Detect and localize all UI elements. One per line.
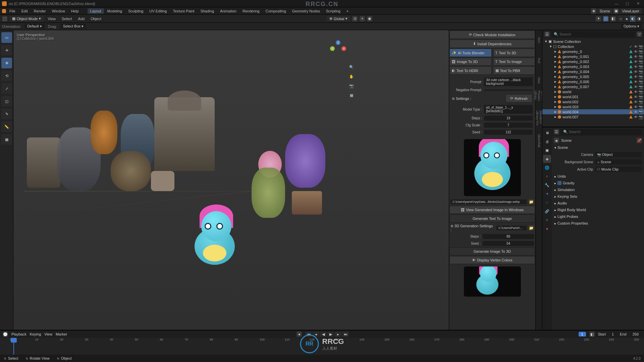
tl-keying[interactable]: Keying bbox=[30, 332, 41, 336]
persp-ortho-icon[interactable]: ▦ bbox=[348, 92, 355, 99]
tree-item[interactable]: ▸geometry_0.006👁📷 bbox=[542, 79, 644, 84]
tree-item[interactable]: ▸geometry_0.003👁📷 bbox=[542, 64, 644, 69]
tab-sculpting[interactable]: Sculpting bbox=[125, 8, 146, 14]
filter-icon[interactable]: ▽ bbox=[637, 32, 642, 37]
menu-help[interactable]: Help bbox=[68, 8, 82, 14]
minimize-button[interactable]: — bbox=[612, 1, 621, 6]
mode-text-to-3d[interactable]: TText To 3D bbox=[493, 49, 535, 57]
tab-texturepaint[interactable]: Texture Paint bbox=[170, 8, 197, 14]
keying-section[interactable]: ▸ Keying Sets bbox=[554, 193, 642, 200]
tool-addcube[interactable]: ▦ bbox=[1, 134, 12, 145]
ptab-modifier-icon[interactable]: 🔧 bbox=[543, 181, 551, 189]
mode-ai-tools[interactable]: ✨AI Tools Blender bbox=[449, 49, 492, 57]
tree-item[interactable]: ▸world.003👁📷 bbox=[542, 104, 644, 109]
menu-render[interactable]: Render bbox=[31, 8, 49, 14]
simulation-section[interactable]: ▸ Simulation bbox=[554, 186, 642, 193]
axis-z-icon[interactable]: Z bbox=[336, 40, 340, 45]
ntab-simfx[interactable]: SimFX Physics Library bbox=[536, 90, 542, 111]
tree-item[interactable]: ▸world.002👁📷 bbox=[542, 99, 644, 104]
lightprobes-section[interactable]: ▸ Light Probes bbox=[554, 213, 642, 220]
shade-wireframe-icon[interactable]: ○ bbox=[618, 16, 624, 22]
view-in-windows-button[interactable]: 🖼View Generated Image In Windows bbox=[449, 206, 535, 214]
tab-geonodes[interactable]: Geometry Nodes bbox=[289, 8, 323, 14]
tree-item[interactable]: ▸geometry_0.002👁📷 bbox=[542, 59, 644, 64]
tree-item[interactable]: ▸geometry_0👁📷 bbox=[542, 49, 644, 54]
mode-text-to-image[interactable]: TText To Image bbox=[493, 58, 535, 66]
menu-file[interactable]: File bbox=[7, 8, 18, 14]
menu-edit[interactable]: Edit bbox=[19, 8, 31, 14]
tool-move[interactable]: ✥ bbox=[1, 58, 12, 68]
axis-y-icon[interactable]: Y bbox=[330, 46, 335, 51]
tab-uvediting[interactable]: UV Editing bbox=[147, 8, 169, 14]
mode-selector[interactable]: ▦Object Mode▾ bbox=[9, 16, 44, 21]
gizmo-toggle-icon[interactable]: ✦ bbox=[596, 16, 601, 21]
tab-animation[interactable]: Animation bbox=[217, 8, 239, 14]
hdr-add[interactable]: Add bbox=[76, 16, 87, 21]
nav-gizmo[interactable]: Z Y X bbox=[328, 40, 348, 60]
ptab-world-icon[interactable]: 🌐 bbox=[543, 164, 551, 172]
camera-view-icon[interactable]: 📷 bbox=[348, 82, 355, 89]
ptab-render-icon[interactable]: 🖥 bbox=[543, 129, 551, 137]
mode-image-to-3d[interactable]: 🖼Image To 3D bbox=[449, 58, 492, 66]
tool-transform[interactable]: ◫ bbox=[1, 96, 12, 107]
hdr-object[interactable]: Object bbox=[89, 16, 103, 21]
ptab-scene-icon[interactable]: ◈ bbox=[543, 155, 551, 163]
tab-add[interactable]: + bbox=[344, 8, 351, 14]
gen3d-path[interactable]: C:\Users\Pamir\... bbox=[496, 226, 527, 230]
mode-text-to-pbr[interactable]: ▦Text To PBR bbox=[493, 66, 535, 75]
prop-edit-icon[interactable]: ◉ bbox=[367, 16, 372, 21]
pin-icon[interactable]: 📌 bbox=[637, 138, 642, 143]
maximize-button[interactable]: ▢ bbox=[623, 1, 631, 6]
3d-viewport[interactable]: User Perspective (1) Collection | world.… bbox=[13, 30, 449, 330]
pan-icon[interactable]: ✋ bbox=[348, 73, 355, 80]
tree-item[interactable]: ▸geometry_0.004👁📷 bbox=[542, 69, 644, 74]
orientation-value[interactable]: Default ▾ bbox=[24, 24, 45, 29]
outliner-type-icon[interactable]: ☰ bbox=[544, 32, 550, 37]
ptab-constraint-icon[interactable]: 🔗 bbox=[543, 207, 551, 215]
ntab-tool[interactable]: Tool bbox=[536, 50, 542, 70]
tree-collection[interactable]: ▾▢Collection✓👁📷 bbox=[542, 44, 644, 49]
scene-name[interactable]: Scene bbox=[561, 138, 635, 142]
gen3d-steps-input[interactable]: 89 bbox=[483, 234, 534, 239]
browse-3d-icon[interactable]: 📁 bbox=[529, 225, 534, 231]
close-button[interactable]: ✕ bbox=[634, 1, 642, 6]
image-path[interactable]: C:\Users\pamir\AppData...86c6e22aa\image… bbox=[450, 199, 527, 204]
ptab-output-icon[interactable]: 🖨 bbox=[543, 137, 551, 145]
clip-field[interactable]: 🎞 Movie Clip bbox=[595, 167, 642, 172]
ptab-data-icon[interactable]: ▿ bbox=[543, 216, 551, 224]
ntab-sketchfab[interactable]: Sketchfab bbox=[536, 131, 542, 151]
tl-marker[interactable]: Marker bbox=[56, 332, 67, 336]
prompt-input[interactable]: 3d cute cartoon ...black background bbox=[484, 77, 533, 86]
install-deps-button[interactable]: ⬇Install Dependencies bbox=[449, 40, 535, 48]
scene-header[interactable]: ▾ Scene bbox=[554, 144, 642, 151]
cfg-input[interactable]: 7 bbox=[484, 123, 533, 128]
rigidbody-section[interactable]: ▸ Rigid Body World bbox=[554, 206, 642, 213]
ptab-object-icon[interactable]: ▿ bbox=[543, 172, 551, 180]
gravity-section[interactable]: ▸ Gravity bbox=[554, 180, 642, 186]
ptab-material-icon[interactable]: ● bbox=[543, 225, 551, 233]
tree-item[interactable]: ▸geometry_0.007👁📷 bbox=[542, 84, 644, 89]
ptab-particle-icon[interactable]: ✦ bbox=[543, 190, 551, 198]
viewlayer-selector[interactable]: ViewLayer bbox=[620, 8, 642, 14]
shade-solid-icon[interactable]: ● bbox=[624, 16, 630, 22]
ptab-viewlayer-icon[interactable]: ▣ bbox=[543, 146, 551, 154]
shade-rendered-icon[interactable]: ◑ bbox=[636, 16, 642, 22]
menu-window[interactable]: Window bbox=[49, 8, 68, 14]
tab-rendering[interactable]: Rendering bbox=[240, 8, 262, 14]
outliner-search[interactable]: 🔍 Search bbox=[552, 32, 635, 37]
seed-input[interactable]: 132 bbox=[484, 130, 533, 135]
tool-annotate[interactable]: ✎ bbox=[1, 109, 12, 119]
tree-item[interactable]: ▸world.004👁📷 bbox=[542, 109, 644, 114]
ntab-blenderai[interactable]: BlenderAI Library Pro bbox=[536, 111, 542, 131]
audio-section[interactable]: ▸ Audio bbox=[554, 200, 642, 206]
tree-item[interactable]: ▸world👁📷 bbox=[542, 89, 644, 94]
customprops-section[interactable]: ▸ Custom Properties bbox=[554, 220, 642, 227]
timeline-type-icon[interactable]: 🕒 bbox=[3, 331, 8, 337]
xray-icon[interactable]: ◧ bbox=[610, 16, 616, 21]
tree-item[interactable]: ▸world.007👁📷 bbox=[542, 114, 644, 119]
drag-value[interactable]: Select Box ▾ bbox=[60, 24, 87, 29]
tab-layout[interactable]: Layout bbox=[88, 8, 104, 14]
start-frame[interactable]: 1 bbox=[609, 332, 616, 337]
shade-matprev-icon[interactable]: ◐ bbox=[630, 16, 636, 22]
tool-measure[interactable]: 📏 bbox=[1, 121, 12, 132]
